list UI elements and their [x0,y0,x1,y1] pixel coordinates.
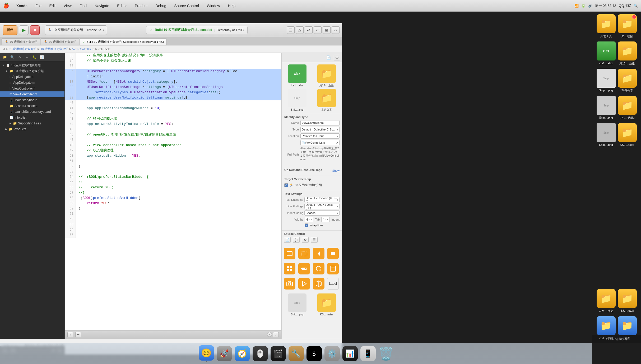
obj-icon-screen[interactable] [284,248,295,259]
breadcrumb-item-3[interactable]: ViewController.m [72,48,94,51]
menu-file[interactable]: File [34,3,43,8]
obj-icon-list[interactable] [327,248,339,259]
indent-width-input[interactable]: 4 ▲▼ [321,217,330,222]
layout-btn2[interactable]: ⊞ [323,26,331,34]
code-editor[interactable]: 33 // 应用头像上的数字 默认情况下为0 ,没有数字 34 // 如果不是0… [65,53,281,339]
sc-doc-icon[interactable]: 📄 [284,237,291,243]
dock-istat[interactable]: 📊 [342,346,358,361]
menu-product[interactable]: Product [133,3,149,8]
location-file-reveal-icon[interactable]: ⤢ [336,141,338,144]
sidebar-item-group[interactable]: ▼ 📁 10-应用程序对象介绍 [0,68,64,74]
tab-1[interactable]: 🏃 10-应用程序对象介绍 [2,38,40,45]
inspector-file-folder3[interactable]: 📁 KSL...aster [313,293,341,316]
obj-icon-cube[interactable] [313,278,324,290]
menu-editor[interactable]: Editor [115,3,128,8]
name-value[interactable]: ViewController.m [300,120,340,125]
indent-using-value[interactable]: Spaces [304,210,340,216]
menu-navigate[interactable]: Navigate [93,3,111,8]
menu-source-control[interactable]: Source Control [173,3,200,8]
sidebar-item-main-storyboard[interactable]: 📱 Main.storyboard [0,97,64,103]
dock-safari[interactable]: 🧭 [235,346,250,361]
sidebar-item-assets[interactable]: 📁 Assets.xcassets [0,103,64,109]
search-icon[interactable]: 🔍 [634,4,638,8]
desktop-icon-weishi[interactable]: 📁 未…视频 [618,14,637,38]
inspector-file-folder2[interactable]: 📁 车丹分享 [313,89,341,111]
menu-window[interactable]: Window [205,3,222,8]
desktop-icon-snip1[interactable]: Snip Snip....png [597,69,616,93]
obj-icon-slider[interactable] [298,263,310,274]
run-button[interactable]: ▶ [19,25,29,35]
dock-sysprefs[interactable]: ⚙️ [324,346,340,361]
breadcrumb-nav-forward[interactable]: ▶ [6,47,8,51]
desktop-icon-xlsx[interactable]: xlsx ios1....xlsx [597,41,616,66]
pause-button[interactable]: 暂停 [3,25,17,35]
editor-back-btn[interactable]: ↩ [75,332,81,337]
wrap-lines-checkbox[interactable]: ✓ [305,223,308,227]
desktop-icon-weiming[interactable]: 📁 未命…件夹 [597,289,616,313]
tab-3[interactable]: ✓ Build 10-应用程序对象介绍: Succeeded | Yesterd… [80,38,167,45]
sidebar-item-root[interactable]: ▼ 📋 10-应用程序对象介绍 [0,62,64,68]
obj-icon-label[interactable]: Label [327,278,339,290]
obj-icon-back[interactable] [313,248,324,259]
inspector-file-png1[interactable]: Snip Snip....png [283,89,311,111]
sidebar-item-launch-storyboard[interactable]: 📱 LaunchScreen.storyboard [0,109,64,115]
sidebar-item-info-plist[interactable]: 📄 Info.plist [0,115,64,120]
code-area[interactable]: 33 // 应用头像上的数字 默认情况下为0 ,没有数字 34 // 如果不是0… [65,53,281,330]
sidebar-item-appdelegate-h[interactable]: h AppDelegate.h [0,74,64,80]
sidebar-test-icon[interactable]: ⬦ [24,54,30,60]
editor-info-btn[interactable]: i [267,332,272,337]
desktop-icon-zjl[interactable]: 📁 ZJL…etail [618,289,637,313]
menu-find[interactable]: Find [78,3,88,8]
desktop-icon-chadan[interactable]: 📁 车丹分享 [618,69,637,93]
menu-edit[interactable]: Edit [48,3,57,8]
dock-quicktime[interactable]: 🎬 [271,346,286,361]
sidebar-report-icon[interactable]: 📊 [39,54,45,60]
navigator-toggle[interactable]: ☰ [287,26,295,34]
sidebar-folder-icon[interactable]: 📁 [2,54,8,60]
breadcrumb-item-4[interactable]: -btnClick: [99,48,111,51]
obj-icon-dotted[interactable] [298,248,310,259]
type-value[interactable]: Default - Objective-C So... [300,127,340,132]
desktop-icon-yedui[interactable]: 📁 第13-…业推 [618,41,637,66]
sc-braces-icon[interactable]: { } [293,237,300,243]
sidebar-item-viewcontroller-h[interactable]: h ViewController.h [0,86,64,91]
tab-width-input[interactable]: 4 ▲▼ [305,217,313,222]
inspector-info-icon[interactable]: ⓘ [334,55,340,60]
inspector-file-folder1[interactable]: 📁 第13-…业推 [313,64,341,87]
obj-icon-camera[interactable] [284,278,295,290]
sidebar-search-icon[interactable]: 🔍 [9,54,15,60]
dock-mouse[interactable]: 🖱️ [253,346,268,361]
sc-list-icon[interactable]: ☰ [311,237,318,243]
layout-btn1[interactable]: ▭ [314,26,322,34]
menu-debug[interactable]: Debug [154,3,168,8]
obj-icon-circle[interactable] [313,263,324,274]
sidebar-warning-icon[interactable]: ⚠ [16,54,23,60]
inspector-file-xlsx[interactable]: xlsx ios1....xlsx [283,64,311,87]
breadcrumb-nav-back[interactable]: ◀ [3,47,5,51]
dock-terminal[interactable]: $ [306,346,322,361]
breadcrumb-item-2[interactable]: 10-应用程序对象介绍 [41,47,68,51]
obj-icon-grid[interactable] [284,263,295,274]
tab-2[interactable]: 🏃 10-应用程序对象介绍 [41,38,79,45]
sidebar-item-viewcontroller-m[interactable]: m ViewController.m [0,91,64,97]
dock-tools[interactable]: 🔧 [289,346,304,361]
encoding-value[interactable]: Default - Unicode (UTF-8) [304,197,340,202]
editor-add-btn[interactable]: + [67,332,73,337]
location-value[interactable]: Relative to Group [300,133,340,139]
menu-xcode[interactable]: Xcode [15,3,29,8]
warning-btn[interactable]: ⚠ [296,26,304,34]
obj-icon-play[interactable] [298,278,310,290]
target-checkbox[interactable]: ✓ [284,183,288,187]
desktop-icon-snip2[interactable]: Snip Snip....png [597,96,616,120]
sidebar-item-appdelegate-m[interactable]: m AppDelegate.m [0,80,64,86]
desktop-icon-snip3[interactable]: Snip Snip....png [597,123,616,146]
breakpoint-btn[interactable]: ↩ [305,26,313,34]
line-endings-value[interactable]: Default - OS X / Unix (LF) [304,204,340,209]
dock-trash[interactable]: 🗑️ [378,346,394,361]
editor-expand-btn[interactable]: ⤢ [273,332,279,337]
sidebar-item-products[interactable]: ▶ 📁 Products [0,126,64,132]
desktop-icon-ksl[interactable]: 📁 KSL...aster [618,123,637,146]
obj-icon-container[interactable] [327,263,339,274]
inspector-doc-icon[interactable]: 📄 [325,55,332,60]
menu-help[interactable]: Help [226,3,237,8]
